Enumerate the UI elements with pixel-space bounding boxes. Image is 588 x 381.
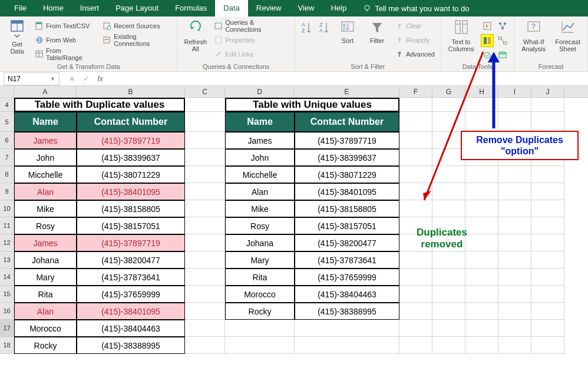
cell[interactable] (225, 337, 295, 354)
fx-button[interactable]: fx (95, 75, 105, 83)
cell[interactable] (185, 98, 225, 112)
hdr-name-left[interactable]: Name (14, 112, 77, 132)
cell-E11[interactable]: (415)-38157051 (295, 217, 399, 234)
cell-A6[interactable]: James (14, 132, 77, 149)
cell[interactable] (295, 320, 399, 337)
cell[interactable] (465, 320, 498, 337)
title-left[interactable]: Table with Duplicate values (14, 98, 185, 112)
cell[interactable] (399, 269, 432, 286)
cell-B10[interactable]: (415)-38158805 (77, 200, 185, 217)
row-header-9[interactable]: 9 (0, 183, 14, 200)
cell[interactable] (432, 269, 465, 286)
cell-B13[interactable]: (415)-38200477 (77, 251, 185, 269)
cell[interactable] (498, 286, 531, 303)
cell[interactable] (399, 286, 432, 303)
cell[interactable] (432, 320, 465, 337)
cell-D7[interactable]: John (225, 149, 295, 166)
cell-B17[interactable]: (415)-38404463 (77, 320, 185, 337)
cell-D13[interactable]: Mary (225, 251, 295, 269)
cell[interactable] (465, 269, 498, 286)
cell[interactable] (498, 251, 531, 269)
cell-A17[interactable]: Morocco (14, 320, 77, 337)
name-box[interactable]: N17 ▼ (4, 72, 60, 85)
tab-page-layout[interactable]: Page Layout (107, 0, 167, 16)
cell[interactable] (465, 286, 498, 303)
cell-D12[interactable]: Johana (225, 234, 295, 251)
cell[interactable] (185, 166, 225, 183)
cell[interactable] (498, 217, 531, 234)
cell-B16[interactable]: (415)-38401095 (77, 303, 185, 320)
cell[interactable] (531, 183, 564, 200)
tab-review[interactable]: Review (248, 0, 290, 16)
cell[interactable] (498, 200, 531, 217)
row-header-10[interactable]: 10 (0, 200, 14, 217)
row-header-6[interactable]: 6 (0, 132, 14, 149)
cell[interactable] (185, 234, 225, 251)
col-header-C[interactable]: C (185, 86, 225, 97)
remove-duplicates-button[interactable] (481, 34, 494, 47)
cell[interactable] (465, 303, 498, 320)
cell[interactable] (185, 337, 225, 354)
cell[interactable] (531, 234, 564, 251)
cell-B8[interactable]: (415)-38071229 (77, 166, 185, 183)
cell[interactable] (531, 112, 564, 132)
cell-D15[interactable]: Morocco (225, 286, 295, 303)
hdr-name-right[interactable]: Name (225, 112, 295, 132)
cell-A13[interactable]: Johana (14, 251, 77, 269)
get-data-button[interactable]: Get Data (4, 18, 31, 61)
row-header-15[interactable]: 15 (0, 286, 14, 303)
clear-button[interactable]: Clear (393, 19, 437, 32)
cell[interactable] (531, 269, 564, 286)
cell-B14[interactable]: (415)-37873641 (77, 269, 185, 286)
row-header-12[interactable]: 12 (0, 234, 14, 251)
cell-A12[interactable]: James (14, 234, 77, 251)
from-table-button[interactable]: From Table/Range (33, 48, 98, 61)
cell-E16[interactable]: (415)-38388995 (295, 303, 399, 320)
whatif-button[interactable]: ? What-If Analysis (518, 18, 549, 54)
cell[interactable] (432, 303, 465, 320)
row-header-14[interactable]: 14 (0, 269, 14, 286)
forecast-sheet-button[interactable]: Forecast Sheet (551, 18, 584, 54)
cell-A18[interactable]: Rocky (14, 337, 77, 354)
name-box-dropdown-icon[interactable]: ▼ (50, 76, 55, 82)
cell-D8[interactable]: Micchelle (225, 166, 295, 183)
select-all-corner[interactable] (0, 86, 14, 97)
cell[interactable] (185, 183, 225, 200)
cell[interactable] (498, 320, 531, 337)
cell[interactable] (531, 337, 564, 354)
tab-insert[interactable]: Insert (72, 0, 108, 16)
row-header-13[interactable]: 13 (0, 251, 14, 269)
cell[interactable] (185, 303, 225, 320)
cell[interactable] (185, 149, 225, 166)
refresh-all-button[interactable]: Refresh All (181, 18, 210, 61)
tab-file[interactable]: File (6, 0, 35, 16)
cell[interactable] (295, 337, 399, 354)
from-text-csv-button[interactable]: From Text/CSV (33, 19, 98, 32)
cell[interactable] (498, 303, 531, 320)
row-header-7[interactable]: 7 (0, 149, 14, 166)
row-header-11[interactable]: 11 (0, 217, 14, 234)
cell[interactable] (531, 200, 564, 217)
cell-A9[interactable]: Alan (14, 183, 77, 200)
cell-A14[interactable]: Mary (14, 269, 77, 286)
tell-me[interactable]: Tell me what you want to do (355, 4, 477, 13)
cell-B15[interactable]: (415)-37659999 (77, 286, 185, 303)
edit-links-button[interactable]: Edit Links (212, 48, 291, 61)
cell-A15[interactable]: Rita (14, 286, 77, 303)
col-header-D[interactable]: D (225, 86, 295, 97)
cell-D16[interactable]: Rocky (225, 303, 295, 320)
cell[interactable] (432, 337, 465, 354)
cell[interactable] (399, 251, 432, 269)
col-header-E[interactable]: E (295, 86, 399, 97)
row-header-18[interactable]: 18 (0, 337, 14, 354)
col-header-B[interactable]: B (77, 86, 185, 97)
hdr-contact-left[interactable]: Contact Number (77, 112, 185, 132)
cell[interactable] (185, 112, 225, 132)
cell[interactable] (432, 286, 465, 303)
flash-fill-button[interactable] (481, 19, 494, 32)
cell[interactable] (185, 251, 225, 269)
tab-view[interactable]: View (289, 0, 322, 16)
sort-za-button[interactable]: ZA (316, 18, 332, 61)
cell[interactable] (399, 320, 432, 337)
cell-A8[interactable]: Micchelle (14, 166, 77, 183)
